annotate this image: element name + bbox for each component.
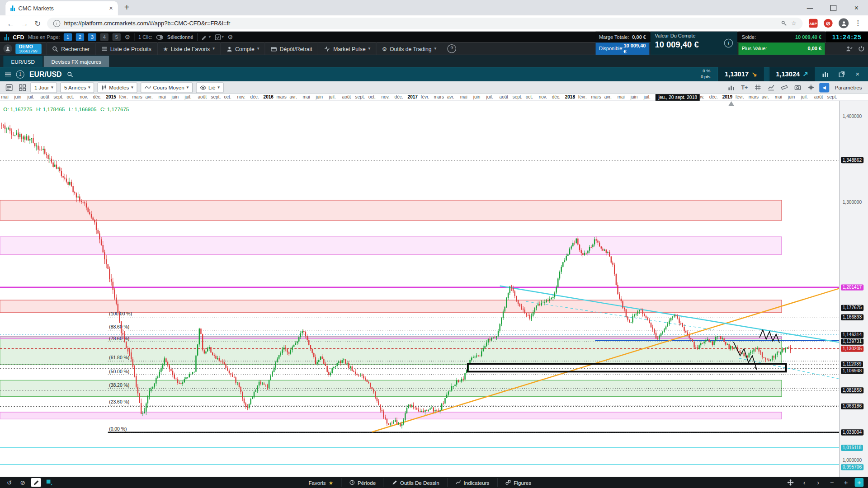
browser-profile-icon[interactable] bbox=[839, 18, 849, 28]
one-click-toggle-icon[interactable] bbox=[156, 34, 163, 40]
chart-type-icon[interactable] bbox=[820, 71, 830, 78]
time-axis-year-label: 2018 bbox=[565, 94, 575, 99]
edit-profile-icon[interactable] bbox=[846, 45, 853, 52]
crosshair-icon[interactable] bbox=[806, 83, 816, 92]
buy-button[interactable]: 1,13024↗ bbox=[769, 67, 815, 81]
zoom-out-icon[interactable]: − bbox=[827, 478, 837, 487]
layout-page-1-button[interactable]: 1 bbox=[64, 33, 72, 41]
time-axis-month-label: juin bbox=[473, 94, 481, 99]
draw-pencil-icon[interactable] bbox=[31, 478, 41, 487]
address-bar[interactable]: i https://platform.cmcmarkets.com/#/app?… bbox=[47, 18, 803, 29]
layout-page-2-button[interactable]: 2 bbox=[76, 33, 84, 41]
workspace-tab-eurusd[interactable]: EUR/USD bbox=[3, 56, 42, 67]
snapshot-icon[interactable] bbox=[793, 83, 802, 92]
new-tab-button[interactable]: + bbox=[120, 1, 133, 14]
period-select[interactable]: 1 Jour▾ bbox=[30, 82, 57, 93]
parametres-label[interactable]: Paramètres bbox=[835, 84, 862, 90]
close-chart-icon[interactable]: × bbox=[852, 70, 863, 78]
measure-icon[interactable] bbox=[779, 83, 789, 92]
range-select[interactable]: 5 Années▾ bbox=[60, 82, 94, 93]
linked-select[interactable]: Lié▾ bbox=[196, 82, 223, 93]
mid-price-select[interactable]: Cours Moyen▾ bbox=[140, 82, 192, 93]
menu-compte[interactable]: Compte▾ bbox=[220, 42, 265, 55]
blocker-extension-icon[interactable]: ⊘ bbox=[824, 19, 833, 28]
time-axis-month-label: oct. bbox=[526, 94, 533, 99]
layout-page-5-button[interactable]: 5 bbox=[113, 33, 121, 41]
site-info-icon[interactable]: i bbox=[53, 19, 60, 27]
scroll-left-icon[interactable]: ‹ bbox=[799, 478, 809, 487]
reload-button[interactable]: ↻ bbox=[34, 19, 41, 28]
color-swatch-icon[interactable] bbox=[44, 478, 54, 487]
add-text-icon[interactable]: T+ bbox=[740, 83, 750, 92]
chart-style-icon[interactable] bbox=[726, 83, 736, 92]
models-select[interactable]: Modèles▾ bbox=[98, 82, 137, 93]
indicateurs-button[interactable]: Indicateurs bbox=[447, 478, 497, 487]
price-axis-label: 1,146314 bbox=[841, 332, 863, 338]
window-maximize-button[interactable] bbox=[821, 0, 844, 15]
figures-button[interactable]: Figures bbox=[497, 478, 539, 487]
product-list-icon[interactable] bbox=[4, 83, 14, 92]
adblock-extension-icon[interactable]: ABP bbox=[809, 19, 818, 28]
confirm-dropdown[interactable]: ▾ bbox=[215, 34, 224, 40]
time-axis-month-label: nov. bbox=[237, 94, 245, 99]
time-axis[interactable]: maijuinjuil.aoûtsept.oct.nov.déc.2015fév… bbox=[0, 94, 868, 101]
candlestick-chart[interactable]: (100.00 %)(88.60 %)(78.60 %)(61.80 %)(50… bbox=[0, 101, 839, 477]
workspace-tab-devises-fx[interactable]: Devises FX majeures bbox=[43, 56, 109, 67]
forward-button[interactable]: → bbox=[20, 19, 28, 28]
one-click-label: 1 Clic: bbox=[138, 34, 152, 40]
browser-menu-icon[interactable]: ⋮ bbox=[855, 19, 862, 27]
account-avatar-icon[interactable] bbox=[3, 44, 12, 53]
price-axis[interactable]: 1,4000001,3488621,3000001,2014171,177675… bbox=[839, 101, 868, 477]
toolbar-settings-gear-icon[interactable]: ⚙ bbox=[227, 33, 233, 41]
demo-label: DEMO bbox=[19, 44, 38, 48]
chart-menu-icon[interactable] bbox=[5, 72, 11, 76]
reset-drawings-icon[interactable]: ↺ bbox=[5, 478, 14, 487]
menu-outils-de-trading[interactable]: ⚙ Outils de Trading▾ bbox=[376, 42, 442, 55]
browser-tab[interactable]: CMC Markets × bbox=[5, 1, 118, 15]
account-info-icon[interactable]: i bbox=[724, 39, 733, 48]
bookmark-star-icon[interactable]: ☆ bbox=[791, 19, 797, 27]
zoom-in-icon[interactable]: + bbox=[841, 478, 851, 487]
brush-dropdown[interactable]: ▾ bbox=[202, 34, 211, 40]
menu-market-pulse[interactable]: Market Pulse▾ bbox=[318, 42, 376, 55]
hide-drawings-icon[interactable]: ⊘ bbox=[18, 478, 28, 487]
menu-depot-retrait[interactable]: Dépôt/Retrait bbox=[265, 42, 318, 55]
popout-window-icon[interactable] bbox=[836, 71, 847, 77]
sell-button[interactable]: 1,13017↘ bbox=[717, 67, 764, 81]
time-axis-month-label: sept. bbox=[54, 94, 64, 99]
account-number: 16661769 bbox=[19, 49, 38, 53]
layout-settings-gear-icon[interactable]: ⚙ bbox=[125, 33, 130, 41]
demo-account-badge[interactable]: DEMO 16661769 bbox=[15, 43, 42, 54]
layout-grid-icon[interactable] bbox=[17, 83, 27, 92]
symbol-search-icon[interactable] bbox=[67, 71, 73, 77]
layout-page-3-button[interactable]: 3 bbox=[88, 33, 96, 41]
password-key-icon[interactable] bbox=[781, 20, 787, 26]
outils-de-dessin-button[interactable]: Outils De Dessin bbox=[383, 478, 447, 487]
add-chart-button[interactable]: + bbox=[855, 478, 864, 487]
favoris-button[interactable]: Favoris★ bbox=[301, 478, 341, 487]
scroll-right-icon[interactable]: › bbox=[813, 478, 823, 487]
logout-power-icon[interactable] bbox=[858, 45, 865, 52]
gridlines-icon[interactable] bbox=[753, 83, 763, 92]
time-axis-month-label: mai bbox=[303, 94, 310, 99]
one-click-mode-label[interactable]: Sélectionné bbox=[167, 34, 193, 40]
pan-icon[interactable] bbox=[786, 478, 796, 487]
compare-icon[interactable] bbox=[766, 83, 776, 92]
help-button[interactable]: ? bbox=[447, 44, 456, 53]
menu-liste-de-favoris[interactable]: ★ Liste de Favoris▾ bbox=[157, 42, 220, 55]
time-axis-month-label: févr. bbox=[736, 94, 744, 99]
unrealized-pl-value: 0,00 € bbox=[807, 46, 821, 52]
collapse-panel-button[interactable]: ◀ bbox=[819, 83, 829, 92]
date-marker-icon[interactable] bbox=[728, 101, 734, 106]
window-close-button[interactable]: × bbox=[845, 0, 868, 15]
menu-rechercher[interactable]: Rechercher bbox=[46, 42, 95, 55]
periode-button[interactable]: Période bbox=[341, 478, 383, 487]
window-minimize-button[interactable]: — bbox=[798, 0, 821, 15]
menu-liste-de-produits[interactable]: Liste de Produits bbox=[95, 42, 157, 55]
time-axis-month-label: juil. bbox=[27, 94, 34, 99]
back-button[interactable]: ← bbox=[7, 19, 14, 28]
layout-page-4-button[interactable]: 4 bbox=[100, 33, 108, 41]
time-axis-month-label: août bbox=[342, 94, 351, 99]
svg-text:(0.00 %): (0.00 %) bbox=[109, 427, 127, 432]
tab-close-icon[interactable]: × bbox=[109, 5, 113, 12]
